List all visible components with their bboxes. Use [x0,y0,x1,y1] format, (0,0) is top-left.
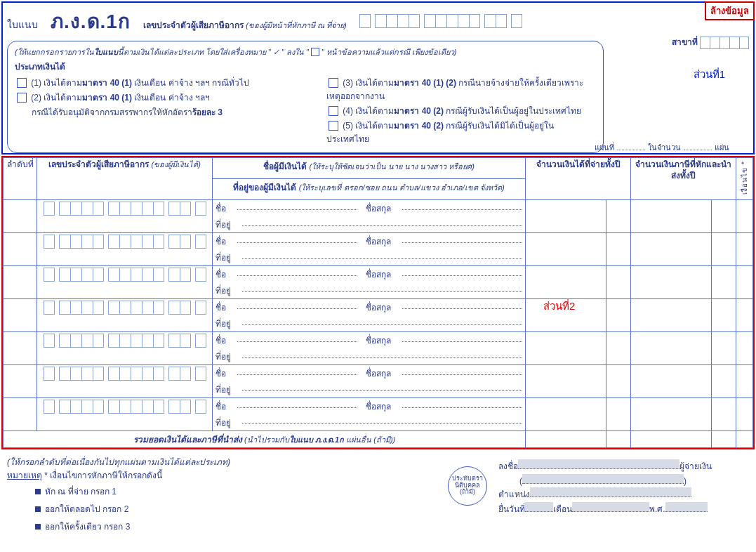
tax-dec[interactable] [712,331,736,364]
cond-input[interactable] [736,265,753,298]
cond-input[interactable] [736,331,753,364]
name-input[interactable] [237,334,357,342]
income-dec[interactable] [606,298,631,331]
branch-input[interactable] [700,37,749,49]
name-input[interactable] [237,235,357,243]
name-input[interactable] [237,400,357,408]
checkbox-3[interactable] [329,78,338,88]
payee-tin-input[interactable] [44,202,206,216]
sheet-no-input[interactable] [617,142,645,150]
tax-dec[interactable] [712,232,736,265]
surname-input[interactable] [402,202,522,210]
sig-name-input[interactable] [522,474,684,484]
address-input[interactable] [242,218,522,226]
income-dec[interactable] [606,331,631,364]
address-input[interactable] [242,383,522,391]
seq-input[interactable] [4,265,37,298]
sig-input[interactable] [518,459,679,469]
option-3[interactable]: (3) เงินได้ตามมาตรา 40 (1) (2) กรณีนายจ้… [326,76,596,103]
option-4[interactable]: (4) เงินได้ตามมาตรา 40 (2) กรณีผู้รับเงิ… [326,104,596,117]
income-int[interactable] [526,397,606,431]
cond-input[interactable] [736,364,753,397]
income-int[interactable] [526,199,606,232]
year-label: พ.ศ. [649,502,665,515]
cond-input[interactable] [736,199,753,232]
day-input[interactable] [525,502,553,512]
income-int[interactable] [526,331,606,364]
checkbox-4[interactable] [329,106,338,116]
tax-int[interactable] [631,265,712,298]
seq-input[interactable] [4,232,37,265]
cond-input[interactable] [736,298,753,331]
pos-input[interactable] [530,487,691,497]
seq-input[interactable] [4,397,37,431]
table-row: ชื่อชื่อสกุลที่อยู่ [4,232,753,265]
income-dec[interactable] [606,232,631,265]
surname-input[interactable] [402,235,522,243]
table-row: ชื่อชื่อสกุลที่อยู่ [4,199,753,232]
income-dec[interactable] [606,364,631,397]
payee-tin-input[interactable] [44,334,206,348]
option-2[interactable]: (2) เงินได้ตามมาตรา 40 (1) เงินเดือน ค่า… [15,91,310,104]
seq-input[interactable] [4,331,37,364]
tax-int[interactable] [631,331,712,364]
seq-input[interactable] [4,298,37,331]
detail-table-section: ลำดับที่ เลขประจำตัวผู้เสียภาษีอากร (ของ… [1,156,755,449]
total-tax-int[interactable] [631,431,712,447]
tax-int[interactable] [631,199,712,232]
name-input[interactable] [237,301,357,309]
address-input[interactable] [242,284,522,292]
tax-int[interactable] [631,298,712,331]
cond-input[interactable] [736,397,753,431]
address-input[interactable] [242,416,522,424]
month-input[interactable] [572,502,649,512]
surname-input[interactable] [402,301,522,309]
income-int[interactable] [526,364,606,397]
tax-dec[interactable] [712,199,736,232]
tax-dec[interactable] [712,298,736,331]
payee-tin-input[interactable] [44,367,206,381]
tax-dec[interactable] [712,364,736,397]
surname-input[interactable] [402,334,522,342]
tax-int[interactable] [631,232,712,265]
address-input[interactable] [242,350,522,358]
income-dec[interactable] [606,397,631,431]
payee-tin-input[interactable] [44,301,206,315]
payer-tin-input[interactable] [359,14,522,28]
name-input[interactable] [237,268,357,276]
tax-dec[interactable] [712,397,736,431]
address-input[interactable] [242,251,522,259]
option-1[interactable]: (1) เงินได้ตามมาตรา 40 (1) เงินเดือน ค่า… [15,76,310,89]
address-input[interactable] [242,317,522,325]
payee-tin-input[interactable] [44,400,206,414]
total-tax-dec[interactable] [712,431,736,447]
tax-int[interactable] [631,364,712,397]
option-5[interactable]: (5) เงินได้ตามมาตรา 40 (2) กรณีผู้รับเงิ… [326,119,596,145]
income-dec[interactable] [606,199,631,232]
instruction-text: (ให้แยกกรอกรายการในใบแนบนี้ตามเงินได้แต่… [15,46,596,58]
year-input[interactable] [665,502,708,512]
checkbox-5[interactable] [329,121,338,131]
surname-input[interactable] [402,367,522,375]
clear-data-button[interactable]: ล้างข้อมูล [705,1,755,20]
income-int[interactable] [526,232,606,265]
option-2-sub: กรณีได้รับอนุมัติจากกรมสรรพากรให้หักอัตร… [15,105,310,119]
checkbox-2[interactable] [17,93,27,103]
income-int[interactable] [526,265,606,298]
checkbox-1[interactable] [17,78,27,88]
total-income-int[interactable] [526,431,606,447]
name-input[interactable] [237,367,357,375]
seq-input[interactable] [4,364,37,397]
payee-tin-input[interactable] [44,268,206,282]
seq-input[interactable] [4,199,37,232]
name-input[interactable] [237,202,357,210]
income-dec[interactable] [606,265,631,298]
tax-int[interactable] [631,397,712,431]
surname-input[interactable] [402,400,522,408]
surname-input[interactable] [402,268,522,276]
cond-input[interactable] [736,232,753,265]
total-income-dec[interactable] [606,431,631,447]
payee-tin-input[interactable] [44,235,206,249]
sheet-total-input[interactable] [684,142,712,150]
tax-dec[interactable] [712,265,736,298]
